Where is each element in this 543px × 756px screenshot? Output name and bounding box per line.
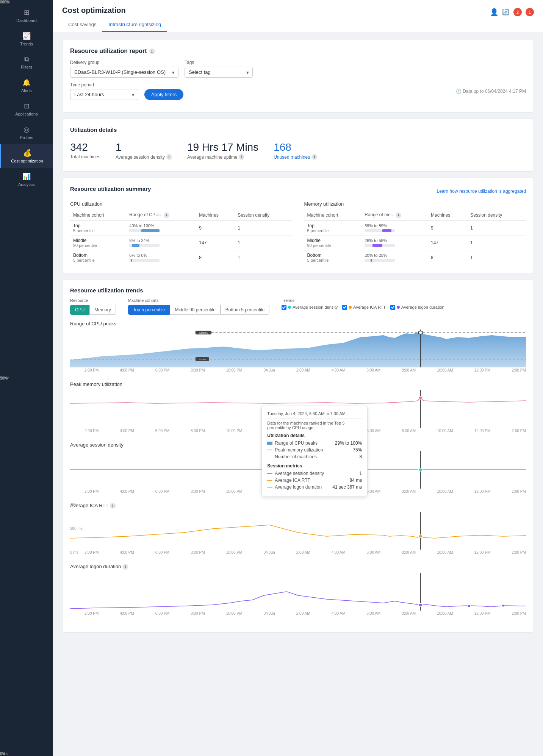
logon-line-icon [267,487,272,487]
teal-dot [288,306,291,309]
100pct-text: 100% [199,331,208,334]
tags-select[interactable]: Select tag [185,67,253,78]
range-cell: 59% to 89% [361,220,428,235]
tags-select-wrapper: Select tag [185,67,253,78]
sidebar-item-label: Dashboard [16,18,37,23]
logon-dot2 [467,605,471,607]
avg-ica-rtt-chart-title: Average ICA RTT ℹ [70,503,526,509]
peak-memory-title: Peak memory utilization [70,381,526,387]
avg-ica-rtt-check-label: Average ICA RTT [353,305,386,309]
machines-cell: 8 [196,250,235,265]
total-machines-label: Total machines [70,154,100,159]
total-machines-value: 342 [70,141,100,153]
total-machines-stat: 342 Total machines [70,141,100,160]
delivery-group-select[interactable]: EDaaS-BLR3-W10-P (Single-session OS) [70,67,178,78]
apply-filters-button[interactable]: Apply filters [144,89,183,100]
info-icon[interactable]: ℹ [311,154,317,160]
avg-uptime-label: Average machine uptime ℹ [187,154,258,160]
mem-col-machines: Machines [428,210,467,220]
page-header: Cost optimization 👤 🔄 2 1 Cost savings I… [53,0,543,32]
cohort-cell: Bottom 5 percentile [304,250,362,265]
range-cell: 6% to 8% [126,250,196,265]
table-row: Middle 90 percentile 8% to 34% 147 1 [70,235,292,250]
tooltip-cpu-peaks: Range of CPU peaks 29% to 100% [267,440,362,447]
user-icon[interactable]: 👤 [490,8,498,16]
utilization-stats: 342 Total machines 1 Average session den… [70,137,526,164]
cpu-col-range: Range of CPU... ℹ [126,210,196,220]
info-icon[interactable]: ℹ [110,503,116,509]
resource-btn-group: CPU Memory [70,305,116,315]
filters-card: Resource utilization report ℹ Delivery g… [62,40,534,112]
alert-icon[interactable]: 1 [526,8,534,16]
tooltip-util-section: Utilization details [267,433,362,438]
cohorts-label: Machine cohorts [128,298,270,303]
session-dot [418,468,423,471]
table-row: Top 5 percentile 40% to 100% 9 1 [70,220,292,235]
trends-label: Trends [282,298,444,303]
avg-logon-duration-chart-title: Average logon duration ℹ [70,564,526,570]
sidebar-item-label: Analytics [18,182,35,187]
mem-col-cohort: Machine cohort [304,210,362,220]
cpu-table-header: Machine cohort Range of CPU... ℹ Machine… [70,210,292,220]
tooltip-avg-session: Average session density 1 [267,470,362,477]
info-icon[interactable]: ℹ [239,154,244,160]
tags-filter: Tags Select tag [185,60,253,78]
resource-toggle-group: Resource CPU Memory [70,298,116,315]
ica-line [70,525,526,538]
table-row: Bottom 5 percentile 20% to 25% 8 1 [304,250,526,265]
avg-logon-duration-check[interactable]: Average logon duration [390,305,444,310]
memory-table-body: Top 5 percentile 59% to 89% 9 1 Middle 9… [304,220,526,265]
avg-logon-duration-checkbox[interactable] [390,305,395,310]
tags-label: Tags [185,60,253,65]
info-icon[interactable]: ℹ [164,212,169,218]
cohort-cell: Middle 90 percentile [304,235,362,250]
dashboard-icon: ⊞ [24,8,30,17]
top-5-button[interactable]: Top 5 percentile [128,305,170,315]
refresh-icon[interactable]: 🔄 [502,8,510,16]
data-timestamp: 🕐 Data up to 06/04/2024 4:17 PM [456,89,526,94]
tooltip-subtitle: Data for the machines ranked in the Top … [267,421,362,430]
purple-dot [397,306,400,309]
bottom-5-button[interactable]: Bottom 5 percentile [221,305,269,315]
tooltip-avg-ica: Average ICA RTT 84 ms [267,477,362,484]
main-content: Cost optimization 👤 🔄 2 1 Cost savings I… [53,0,543,756]
ica-line-icon [267,480,272,481]
memory-toggle-button[interactable]: Memory [89,305,116,315]
unused-machines-label: Unused machines ℹ [274,154,317,160]
time-period-select[interactable]: Last 24 hours [70,89,138,100]
info-icon[interactable]: ℹ [149,48,155,54]
mem-col-range: Range of me... ℹ [361,210,428,220]
info-icon[interactable]: ℹ [396,212,401,218]
avg-ica-rtt-check[interactable]: Average ICA RTT [342,305,386,310]
cohort-cell: Top 5 percentile [70,220,126,235]
tab-infrastructure-rightsizing[interactable]: Infrastructure rightsizing [102,18,167,32]
tab-cost-savings[interactable]: Cost savings [62,18,102,32]
chart-tooltip: Tuesday, Jun 4, 2024, 6:30 AM to 7:30 AM… [261,406,368,496]
mem-line-icon [267,450,272,450]
unused-machines-link[interactable]: Unused machines [274,155,310,160]
avg-session-density-check[interactable]: Average session density [282,305,338,310]
info-icon[interactable]: ℹ [122,564,128,570]
tab-bar: Cost savings Infrastructure rightsizing [62,18,534,32]
tooltip-title: Tuesday, Jun 4, 2024, 6:30 AM to 7:30 AM [267,411,362,419]
avg-session-density-checkbox[interactable] [282,305,286,310]
applications-icon: ⊡ [24,102,30,110]
cpu-toggle-button[interactable]: CPU [70,305,89,315]
info-icon[interactable]: ℹ [166,154,172,160]
learn-link[interactable]: Learn how resource utilization is aggreg… [437,189,526,194]
avg-ica-rtt-checkbox[interactable] [342,305,347,310]
unused-machines-value[interactable]: 168 [274,141,317,153]
cpu-area [70,333,526,367]
density-cell: 1 [467,220,526,235]
tooltip-avg-logon: Average logon duration 41 sec 367 ms [267,484,362,490]
machines-cell: 9 [428,220,467,235]
notification-icon[interactable]: 2 [513,8,522,16]
middle-90-button[interactable]: Middle 90 percentile [170,305,220,315]
cohort-toggle-group: Machine cohorts Top 5 percentile Middle … [128,298,270,315]
cpu-utilization-table: CPU utilization Machine cohort Range of … [70,201,292,265]
density-cell: 1 [467,250,526,265]
cpu-table-title: CPU utilization [70,201,292,207]
cohort-cell: Middle 90 percentile [70,235,126,250]
trends-controls: Resource CPU Memory Machine cohorts Top … [70,298,526,315]
logon-dot3 [501,604,505,607]
